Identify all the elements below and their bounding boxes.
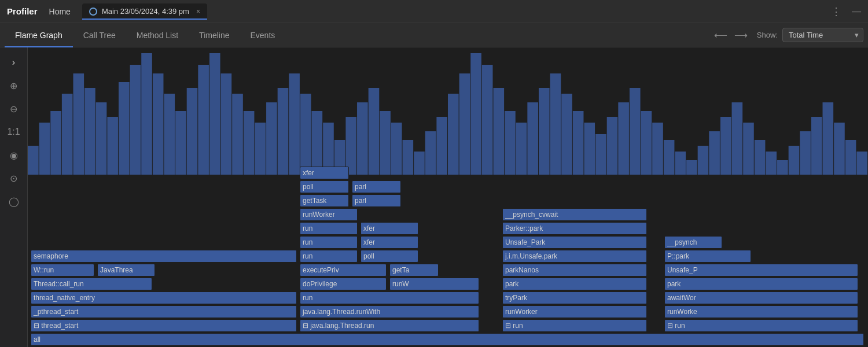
back-button[interactable]: ⟵ [712,28,730,42]
nav-tabs: Flame GraphCall TreeMethod ListTimelineE… [5,23,285,47]
svg-rect-37 [448,94,459,175]
svg-rect-9 [130,65,141,175]
flame-canvas: xferpollparlgetTaskparlrunWorker__psynch… [28,47,868,347]
svg-rect-17 [221,73,232,175]
camera-icon[interactable]: ⊙ [3,168,24,189]
svg-rect-39 [470,53,481,175]
flame-block[interactable]: run [300,291,479,304]
nav-tab-events[interactable]: Events [240,23,286,47]
flame-block[interactable]: awaitWor [664,291,858,304]
flame-block[interactable]: getTask [300,194,349,207]
flame-block[interactable]: Unsafe_Park [502,236,647,249]
svg-rect-23 [289,73,300,175]
flame-block[interactable]: getTa [389,264,439,276]
flame-block[interactable]: __psynch_cvwait [502,208,647,221]
svg-rect-51 [607,117,618,175]
nav-tab-call-tree[interactable]: Call Tree [73,23,126,47]
flame-block[interactable]: xfer [361,222,418,235]
flame-block[interactable]: Parker::park [502,222,647,235]
flame-block[interactable]: W::run [31,264,94,276]
svg-rect-48 [573,111,584,175]
flame-block[interactable]: xfer [300,167,349,179]
flame-block[interactable]: runWorker [502,305,647,318]
flame-block[interactable]: park [664,278,858,290]
flame-block[interactable]: run [300,222,358,235]
flame-block[interactable]: Unsafe_P [664,264,858,276]
chevron-right-icon[interactable]: › [3,52,24,73]
nav-tab-method-list[interactable]: Method List [126,23,189,47]
svg-rect-54 [641,111,652,175]
flame-block[interactable]: java.lang.Thread.runWith [300,305,479,318]
flame-block[interactable]: executePriv [300,264,387,276]
flame-block[interactable]: P::park [664,250,751,263]
eye-icon[interactable]: ◉ [3,145,24,165]
svg-rect-14 [187,88,198,175]
flame-block[interactable]: semaphore [31,250,297,263]
svg-rect-31 [380,111,391,175]
flame-block[interactable]: ⊟ java.lang.Thread.run [300,319,479,332]
show-wrapper: Show: Total TimeSelf TimeTotal Samples [757,28,863,42]
flame-row: runxferUnsafe_Park__psynch [28,236,868,250]
title-bar: Profiler Home Main 23/05/2024, 4:39 pm ×… [0,0,868,23]
flame-block[interactable]: xfer [361,236,418,249]
flame-block[interactable]: runWorke [664,305,858,318]
nav-bar: Flame GraphCall TreeMethod ListTimelineE… [0,23,868,47]
svg-rect-70 [823,102,834,175]
session-tab[interactable]: Main 23/05/2024, 4:39 pm × [82,3,207,19]
zoom-in-icon[interactable]: ⊕ [3,75,24,96]
flame-block[interactable]: poll [300,180,349,193]
flame-block[interactable]: run [300,250,358,263]
flame-block[interactable]: runWorker [300,208,358,221]
flame-block[interactable]: ⊟ run [664,319,858,332]
flame-block[interactable]: doPrivilege [300,278,387,290]
flame-block[interactable]: park [502,278,647,290]
flame-block[interactable]: runW [389,278,479,290]
home-link[interactable]: Home [49,7,71,16]
svg-rect-47 [561,94,572,175]
flame-block[interactable]: poll [361,250,418,263]
flame-row: W::runJavaThreaexecutePrivgetTaparkNanos… [28,264,868,278]
flame-block[interactable]: run [300,236,358,249]
flame-area[interactable]: xferpollparlgetTaskparlrunWorker__psynch… [28,47,868,347]
flame-block[interactable]: Thread::call_run [31,278,152,290]
flame-block[interactable]: __psynch [664,236,722,249]
flame-block[interactable]: ⊟ thread_start [31,319,297,332]
flame-row: _pthread_startjava.lang.Thread.runWithru… [28,305,868,319]
flame-block[interactable]: _pthread_start [31,305,297,318]
svg-rect-6 [96,102,107,175]
forward-button[interactable]: ⟶ [732,28,750,42]
flame-row: all [28,333,868,347]
flame-block[interactable]: parkNanos [502,264,647,276]
flame-block[interactable]: all [31,333,864,346]
svg-rect-36 [436,117,447,175]
flame-block[interactable]: parl [352,180,401,193]
flame-block[interactable]: parl [352,194,401,207]
svg-rect-19 [244,111,255,175]
flame-row: pollparl [28,180,868,194]
flame-block[interactable]: thread_native_entry [31,291,297,304]
flame-row: semaphorerunpollj.i.m.Unsafe.parkP::park [28,250,868,264]
svg-rect-13 [175,111,186,175]
ratio-icon[interactable]: 1:1 [3,121,24,142]
svg-rect-38 [459,73,470,175]
show-select[interactable]: Total TimeSelf TimeTotal Samples [782,28,863,42]
zoom-out-icon[interactable]: ⊖ [3,98,24,119]
app-name: Profiler [7,6,38,16]
nav-tab-timeline[interactable]: Timeline [189,23,240,47]
sidebar: ›⊕⊖1:1◉⊙◯ [0,47,28,347]
svg-rect-15 [198,65,209,175]
svg-rect-25 [312,111,323,175]
flame-block[interactable]: ⊟ run [502,319,647,332]
flame-block[interactable]: j.i.m.Unsafe.park [502,250,647,263]
svg-rect-45 [539,88,550,175]
search-icon[interactable]: ◯ [3,191,24,212]
flame-block[interactable]: tryPark [502,291,647,304]
svg-rect-4 [73,73,84,175]
tab-close-button[interactable]: × [196,8,200,16]
svg-rect-18 [232,94,243,175]
minimize-button[interactable]: — [852,6,861,17]
flame-block[interactable]: JavaThrea [97,264,155,276]
svg-rect-52 [618,102,629,175]
nav-tab-flame-graph[interactable]: Flame Graph [5,23,73,47]
more-button[interactable]: ⋮ [831,5,843,18]
